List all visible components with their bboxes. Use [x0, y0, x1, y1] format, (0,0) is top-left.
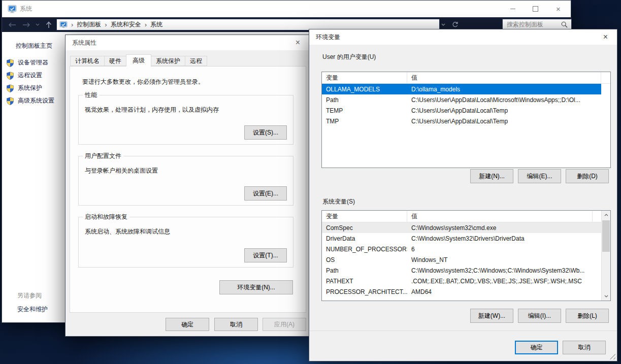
maximize-icon: [533, 6, 538, 12]
startup-recovery-settings-button[interactable]: 设置(T)...: [244, 248, 287, 262]
group-description: 系统启动、系统故障和调试信息: [85, 227, 170, 236]
table-row[interactable]: DriverDataC:\Windows\System32\Drivers\Dr…: [322, 233, 601, 244]
user-profiles-settings-button[interactable]: 设置(E)...: [244, 186, 287, 201]
variable-name: NUMBER_OF_PROCESSORS: [322, 246, 407, 253]
sidebar-item-device-manager[interactable]: 设备管理器: [6, 58, 48, 67]
maximize-button[interactable]: [524, 1, 547, 17]
dialog-title: 环境变量: [316, 33, 340, 42]
search-icon[interactable]: [561, 21, 568, 28]
dialog-titlebar[interactable]: 环境变量 ×: [309, 29, 617, 45]
user-variables-label: User 的用户变量(U): [322, 53, 376, 61]
column-header-variable[interactable]: 变量: [322, 211, 407, 222]
performance-settings-button[interactable]: 设置(S)...: [244, 125, 287, 140]
table-header: 变量 值: [322, 72, 610, 84]
variable-value: C:\Users\User\AppData\Local\Temp: [407, 107, 601, 114]
column-header-value[interactable]: 值: [407, 72, 601, 83]
variable-value: C:\Windows\system32\cmd.exe: [407, 224, 601, 231]
window-title: 系统: [20, 5, 32, 13]
dialog-titlebar[interactable]: 系统属性 ×: [66, 35, 309, 50]
table-row[interactable]: OLLAMA_MODELSD:\ollama_models: [322, 84, 601, 94]
tab-remote[interactable]: 远程: [185, 56, 207, 66]
close-button[interactable]: ×: [594, 29, 617, 45]
back-icon: [8, 22, 16, 28]
shield-icon: [6, 97, 14, 105]
system-new-button[interactable]: 新建(W)...: [470, 309, 513, 323]
forward-button[interactable]: [20, 17, 32, 32]
close-icon: ×: [603, 32, 608, 42]
advanced-tab-page: 要进行大多数更改，你必须作为管理员登录。 性能 视觉效果，处理器计划，内存使用，…: [70, 66, 306, 313]
cancel-button[interactable]: 取消: [563, 341, 606, 354]
user-new-button[interactable]: 新建(N)...: [470, 169, 513, 183]
see-also-heading: 另请参阅: [17, 291, 42, 300]
group-description: 视觉效果，处理器计划，内存使用，以及虚拟内存: [85, 106, 219, 114]
breadcrumb-system-security[interactable]: 系统和安全: [111, 20, 141, 29]
tab-advanced[interactable]: 高级: [126, 54, 151, 67]
cancel-button[interactable]: 取消: [214, 318, 258, 331]
table-row[interactable]: ComSpecC:\Windows\system32\cmd.exe: [322, 222, 601, 233]
minimize-button[interactable]: [501, 1, 524, 17]
history-dropdown-button[interactable]: [34, 17, 42, 32]
system-edit-button[interactable]: 编辑(I)...: [518, 309, 561, 323]
table-row[interactable]: TMPC:\Users\User\AppData\Local\Temp: [322, 116, 601, 126]
chevron-down-icon: [441, 23, 445, 26]
variable-name: OS: [322, 256, 407, 263]
variable-name: DriverData: [322, 235, 407, 242]
variable-value: Windows_NT: [407, 256, 601, 263]
tab-hardware[interactable]: 硬件: [104, 56, 126, 66]
scrollbar-thumb[interactable]: [602, 220, 610, 252]
sidebar-item-security-and-maintenance[interactable]: 安全和维护: [17, 305, 48, 314]
column-header-value[interactable]: 值: [407, 211, 593, 222]
table-row[interactable]: PATHEXT.COM;.EXE;.BAT;.CMD;.VBS;.VBE;.JS…: [322, 276, 601, 286]
breadcrumb-control-panel[interactable]: 控制面板: [77, 20, 101, 29]
refresh-icon: [452, 21, 459, 28]
up-button[interactable]: [43, 17, 55, 32]
sidebar-item-advanced-system-settings[interactable]: 高级系统设置: [6, 96, 54, 105]
column-header-variable[interactable]: 变量: [322, 72, 407, 83]
user-edit-button[interactable]: 编辑(E)...: [518, 169, 561, 183]
window-titlebar[interactable]: 系统 ×: [2, 1, 571, 17]
close-icon: ×: [556, 5, 561, 13]
variable-name: TEMP: [322, 107, 407, 114]
group-title: 性能: [83, 91, 99, 100]
user-delete-button[interactable]: 删除(D): [566, 169, 609, 183]
environment-variables-button[interactable]: 环境变量(N)...: [219, 280, 293, 294]
close-button[interactable]: ×: [286, 35, 309, 50]
tab-computer-name[interactable]: 计算机名: [70, 56, 105, 66]
table-row[interactable]: PathC:\Windows\system32;C:\Windows;C:\Wi…: [322, 265, 601, 276]
group-title: 启动和故障恢复: [83, 213, 129, 221]
table-row[interactable]: PROCESSOR_ARCHITECT...AMD64: [322, 286, 601, 297]
close-button[interactable]: ×: [547, 1, 570, 17]
tab-system-protection[interactable]: 系统保护: [151, 56, 185, 66]
table-row[interactable]: NUMBER_OF_PROCESSORS6: [322, 244, 601, 254]
shield-icon: [6, 59, 14, 67]
back-button[interactable]: [6, 17, 18, 32]
environment-variables-dialog: 环境变量 × User 的用户变量(U) 变量 值 OLLAMA_MODELSD…: [309, 29, 617, 361]
ok-button[interactable]: 确定: [166, 318, 209, 331]
footer-separator: [309, 330, 617, 331]
scroll-up-button[interactable]: [602, 211, 610, 219]
variable-value: AMD64: [407, 288, 601, 295]
table-row[interactable]: PathC:\Users\User\AppData\Local\Microsof…: [322, 94, 601, 105]
system-variables-label: 系统变量(S): [322, 197, 355, 206]
sidebar-item-label: 系统保护: [18, 84, 42, 92]
variable-value: D:\ollama_models: [407, 86, 601, 93]
tab-strip: 计算机名 硬件 高级 系统保护 远程: [70, 54, 207, 66]
system-properties-dialog: 系统属性 × 计算机名 硬件 高级 系统保护 远程 要进行大多数更改，你必须作为…: [65, 35, 310, 337]
sidebar-item-remote-settings[interactable]: 远程设置: [6, 71, 42, 80]
variable-value: 6: [407, 246, 601, 253]
resize-grip[interactable]: [609, 353, 615, 359]
system-delete-button[interactable]: 删除(L): [566, 309, 609, 323]
variable-value: C:\Users\User\AppData\Local\Temp: [407, 118, 601, 125]
vertical-scrollbar: [601, 211, 610, 301]
sidebar-item-system-protection[interactable]: 系统保护: [6, 84, 42, 92]
breadcrumb-system[interactable]: 系统: [150, 20, 162, 29]
sidebar-item-control-panel-home[interactable]: 控制面板主页: [16, 42, 52, 50]
table-row[interactable]: OSWindows_NT: [322, 254, 601, 265]
scroll-down-button[interactable]: [602, 292, 610, 301]
minimize-icon: [510, 9, 515, 9]
variable-name: TMP: [322, 118, 407, 125]
table-row[interactable]: TEMPC:\Users\User\AppData\Local\Temp: [322, 105, 601, 116]
variable-name: PATHEXT: [322, 278, 407, 285]
shield-icon: [6, 72, 14, 80]
ok-button[interactable]: 确定: [515, 341, 558, 354]
